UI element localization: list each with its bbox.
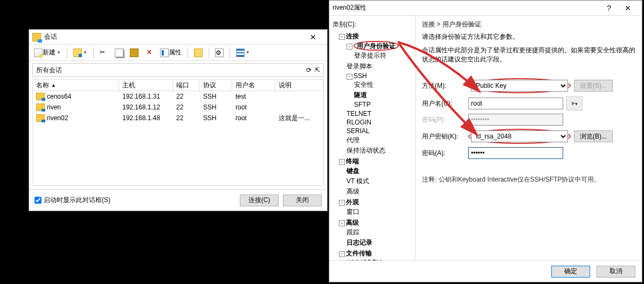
desc-line2: 会话属性中此部分是为了登录过程更便捷而提供的。如果需要安全性很高的状态的话建议您…: [422, 46, 635, 64]
folder-open-icon: [194, 49, 203, 57]
user-input[interactable]: [468, 98, 563, 109]
openfolder-button[interactable]: [191, 47, 205, 59]
col-port[interactable]: 端口: [173, 80, 200, 91]
scissors-icon: ✂: [100, 49, 108, 57]
delete-button[interactable]: ✕: [142, 47, 156, 59]
desc-line1: 请选择身份验证方法和其它参数。: [422, 32, 635, 41]
table-row[interactable]: riven02192.168.1.4822SSHroot这就是一...: [33, 113, 323, 123]
list-icon: [236, 49, 245, 57]
category-tree-panel: 类别(C): −连接 −用户身份验证 登录提示符 登录脚本 −SSH 安全性: [329, 16, 416, 260]
chevron-down-icon: ▼: [57, 50, 61, 55]
passphrase-label: 密码(A):: [422, 149, 465, 158]
window-title: riven02属性: [333, 3, 601, 12]
method-label: 方法(M):: [422, 81, 465, 91]
startup-checkbox[interactable]: 启动时显示此对话框(S): [34, 196, 236, 205]
folder-icon: [73, 49, 82, 57]
chevron-down-icon: ▼: [246, 50, 250, 55]
breadcrumb: 所有会话: [36, 66, 62, 75]
passphrase-input[interactable]: [468, 147, 563, 159]
session-icon: [36, 114, 45, 122]
col-desc[interactable]: 说明: [275, 80, 323, 91]
dialog-buttons: 确定 取消: [329, 260, 642, 282]
app-icon: [32, 33, 41, 41]
key-icon: 🗝: [566, 96, 583, 110]
connect-button[interactable]: 连接(C): [240, 195, 279, 206]
session-icon: [36, 93, 45, 100]
key-label: 用户密钥(K):: [422, 132, 465, 141]
category-label: 类别(C):: [331, 19, 413, 31]
new-icon: [34, 49, 43, 57]
refresh-icon[interactable]: ⟳: [306, 66, 311, 74]
user-label: 用户名(U):: [422, 99, 465, 108]
table-row[interactable]: cenos64192.168.1.3122SSHtest: [33, 91, 323, 102]
key-select[interactable]: id_rsa_2048: [471, 130, 568, 142]
close-button[interactable]: 关闭: [283, 195, 322, 206]
cut-button[interactable]: ✂: [97, 47, 111, 59]
up-icon[interactable]: ⇱: [315, 66, 320, 74]
settings-button: 设置(S)...: [574, 80, 613, 92]
window-title: 会话: [44, 32, 302, 41]
session-list[interactable]: cenos64192.168.1.3122SSHtestriven192.168…: [32, 91, 324, 186]
bottom-bar: 启动时显示此对话框(S) 连接(C) 关闭: [29, 189, 327, 211]
paste-button[interactable]: [127, 47, 141, 59]
paste-icon: [130, 49, 139, 57]
note-text: 注释: 公钥和Keyboard Interactive仅在SSH/SFTP协议中…: [422, 175, 635, 184]
new-button[interactable]: 新建▼: [31, 46, 64, 59]
copy-button[interactable]: [112, 47, 126, 59]
options-button[interactable]: ⚙: [212, 47, 226, 59]
col-name[interactable]: 名称▲: [33, 80, 119, 91]
password-label: 密码(P):: [422, 115, 465, 124]
titlebar: riven02属性 ? ✕: [329, 1, 642, 16]
category-tree[interactable]: −连接 −用户身份验证 登录提示符 登录脚本 −SSH 安全性 隧道 SFTP: [331, 31, 413, 260]
col-proto[interactable]: 协议: [200, 80, 232, 91]
options-icon: ⚙: [215, 49, 224, 57]
method-select[interactable]: Public Key: [471, 80, 568, 92]
x-icon: ✕: [145, 49, 154, 57]
toolbar: 新建▼ ▼ ✂ ✕ 属性 ⚙ ▼: [29, 45, 327, 61]
table-row[interactable]: riven192.168.1.1222SSHroot: [33, 102, 323, 113]
col-host[interactable]: 主机: [119, 80, 173, 91]
form-panel: 连接 > 用户身份验证 请选择身份验证方法和其它参数。 会话属性中此部分是为了登…: [416, 16, 642, 260]
table-header: 名称▲ 主机 端口 协议 用户名 说明: [32, 79, 324, 91]
view-button[interactable]: ▼: [233, 47, 253, 59]
chevron-down-icon: ▼: [83, 50, 87, 55]
session-icon: [36, 103, 45, 111]
browse-button[interactable]: 浏览(B)...: [574, 130, 613, 142]
tree-auth[interactable]: 用户身份验证: [354, 41, 399, 51]
breadcrumb: 连接 > 用户身份验证: [422, 20, 635, 29]
cancel-button[interactable]: 取消: [597, 266, 635, 278]
help-icon[interactable]: ?: [601, 4, 617, 12]
separator: [67, 47, 67, 58]
properties-icon: [160, 49, 169, 57]
ok-button[interactable]: 确定: [551, 266, 590, 278]
properties-dialog: riven02属性 ? ✕ 类别(C): −连接 −用户身份验证 登录提示符 登…: [329, 0, 642, 282]
folder-button[interactable]: ▼: [71, 47, 90, 59]
col-user[interactable]: 用户名: [232, 80, 275, 91]
titlebar: 会话 ✕: [29, 30, 327, 45]
password-input: [468, 114, 563, 126]
close-icon[interactable]: ✕: [302, 33, 324, 41]
copy-icon: [115, 49, 123, 57]
close-icon[interactable]: ✕: [617, 4, 639, 12]
breadcrumb-bar: 所有会话 ⟳ ⇱: [32, 63, 324, 77]
session-dialog: 会话 ✕ 新建▼ ▼ ✂ ✕ 属性 ⚙ ▼ 所有会话 ⟳ ⇱ 名称▲ 主机 端口…: [29, 29, 328, 211]
properties-button[interactable]: 属性: [157, 46, 184, 59]
